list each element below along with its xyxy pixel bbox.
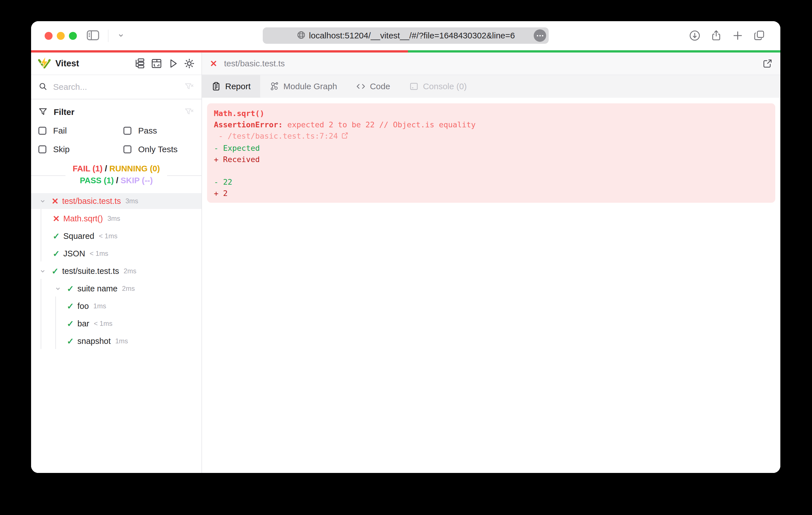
filter-only-tests-checkbox[interactable]: Only Tests (123, 145, 194, 154)
pass-count: PASS (1) (80, 176, 114, 185)
diff-blank-line (214, 165, 768, 177)
chevron-down-icon[interactable] (39, 267, 46, 275)
tab-code[interactable]: Code (347, 75, 400, 98)
tree-item-file-suite[interactable]: ✓ test/suite.test.ts 2ms (31, 263, 201, 279)
stack-location-link[interactable]: - /test/basic.test.ts:7:24 (214, 131, 338, 140)
app-title: Vitest (55, 58, 79, 69)
test-duration: < 1ms (99, 232, 118, 240)
pass-icon: ✓ (67, 319, 74, 329)
tree-view-toggle-icon[interactable] (135, 58, 145, 69)
tab-report-label: Report (225, 82, 251, 91)
test-duration: 1ms (115, 337, 128, 345)
address-bar[interactable]: localhost:51204/__vitest__/#/?file=16484… (263, 27, 549, 44)
code-icon (356, 82, 365, 91)
browser-toolbar: localhost:51204/__vitest__/#/?file=16484… (31, 21, 780, 50)
test-duration: < 1ms (90, 250, 108, 258)
report-icon (212, 82, 221, 91)
tab-code-label: Code (370, 82, 390, 91)
tree-item-test[interactable]: ✓ Squared < 1ms (31, 228, 201, 244)
tree-item-test[interactable]: ✕ Math.sqrt() 3ms (31, 211, 201, 226)
pass-icon: ✓ (53, 231, 60, 241)
zoom-window-button[interactable] (69, 32, 77, 40)
test-name: foo (78, 302, 89, 311)
summary-counts: FAIL (1)/RUNNING (0) PASS (1)/SKIP (--) (65, 163, 167, 186)
tree-item-test[interactable]: ✓ JSON < 1ms (31, 246, 201, 262)
test-duration: 2ms (123, 267, 136, 275)
running-count: RUNNING (0) (109, 164, 160, 173)
file-fail-status-icon[interactable]: ✕ (210, 58, 217, 69)
sidebar-toggle-icon[interactable] (86, 30, 99, 42)
checkbox (123, 145, 132, 153)
tab-report[interactable]: Report (202, 75, 260, 98)
diff-received-label: + Received (214, 154, 768, 165)
minimize-window-button[interactable] (57, 32, 65, 40)
filter-only-tests-label: Only Tests (138, 145, 178, 154)
checkbox (38, 127, 46, 135)
brand: Vitest (38, 57, 79, 70)
filter-skip-checkbox[interactable]: Skip (38, 145, 123, 154)
test-duration: 1ms (93, 302, 106, 310)
tab-overview-icon[interactable] (753, 30, 765, 42)
tab-console: Console (0) (400, 75, 476, 98)
sidebar-header: Vitest (31, 53, 201, 75)
clear-filters-icon[interactable] (184, 107, 194, 117)
test-progress-bar (31, 50, 780, 53)
search-row (31, 75, 201, 99)
progress-passed-segment (408, 50, 780, 53)
chevron-down-icon[interactable] (117, 31, 125, 40)
page-settings-icon[interactable] (534, 29, 546, 42)
open-file-name: test/basic.test.ts (224, 59, 285, 68)
open-in-editor-icon[interactable] (762, 58, 773, 69)
test-duration: < 1ms (94, 320, 112, 328)
test-summary: FAIL (1)/RUNNING (0) PASS (1)/SKIP (--) (31, 163, 201, 189)
sidebar: Vitest (31, 53, 202, 473)
test-duration: 2ms (122, 284, 135, 293)
stack-trace-line: - /test/basic.test.ts:7:24 (214, 130, 768, 143)
desktop-background: localhost:51204/__vitest__/#/?file=16484… (0, 0, 812, 515)
traffic-lights (45, 32, 77, 40)
tab-console-label: Console (0) (423, 82, 467, 91)
close-window-button[interactable] (45, 32, 53, 40)
filter-fail-checkbox[interactable]: Fail (38, 126, 123, 135)
chevron-down-icon[interactable] (39, 198, 46, 205)
test-name: suite name (78, 284, 118, 293)
chevron-down-icon[interactable] (54, 285, 62, 292)
console-icon (409, 82, 418, 91)
tree-item-test[interactable]: ✓ foo 1ms (31, 298, 201, 314)
test-duration: 3ms (107, 215, 120, 222)
open-in-editor-icon[interactable] (341, 131, 349, 143)
error-panel: Math.sqrt() AssertionError: expected 2 t… (207, 103, 775, 203)
test-duration: 3ms (125, 197, 138, 205)
filter-section: Filter Fail (31, 99, 201, 163)
diff-received-value: + 2 (214, 188, 768, 199)
diff-expected-value: - 22 (214, 177, 768, 188)
tab-module-graph-label: Module Graph (283, 82, 337, 91)
url-text: localhost:51204/__vitest__/#/?file=16484… (309, 31, 515, 40)
run-all-icon[interactable] (168, 58, 178, 69)
share-icon[interactable] (710, 30, 722, 42)
fail-icon: ✕ (51, 196, 59, 206)
tree-item-test[interactable]: ✓ bar < 1ms (31, 316, 201, 331)
test-name: JSON (63, 249, 85, 259)
pass-icon: ✓ (53, 249, 60, 259)
clear-search-filter-icon[interactable] (184, 82, 194, 92)
tree-item-test[interactable]: ✓ snapshot 1ms (31, 333, 201, 349)
theme-toggle-icon[interactable] (184, 58, 195, 69)
tab-module-graph[interactable]: Module Graph (260, 75, 347, 98)
search-icon (38, 82, 48, 92)
filter-pass-checkbox[interactable]: Pass (123, 126, 194, 135)
tree-item-suite[interactable]: ✓ suite name 2ms (31, 281, 201, 297)
progress-failed-segment (31, 50, 408, 53)
downloads-icon[interactable] (689, 30, 701, 42)
search-input[interactable] (53, 82, 179, 92)
view-tabs: Report Module Graph (202, 75, 780, 98)
new-tab-icon[interactable] (732, 30, 744, 42)
globe-icon (297, 30, 306, 41)
dashboard-icon[interactable] (151, 58, 162, 69)
report-content: Math.sqrt() AssertionError: expected 2 t… (202, 98, 780, 473)
skip-count: SKIP (--) (121, 176, 153, 185)
main-panel: ✕ test/basic.test.ts (202, 53, 780, 473)
fail-icon: ✕ (53, 214, 60, 223)
tree-item-file-basic[interactable]: ✕ test/basic.test.ts 3ms (31, 193, 201, 209)
checkbox (38, 145, 46, 153)
